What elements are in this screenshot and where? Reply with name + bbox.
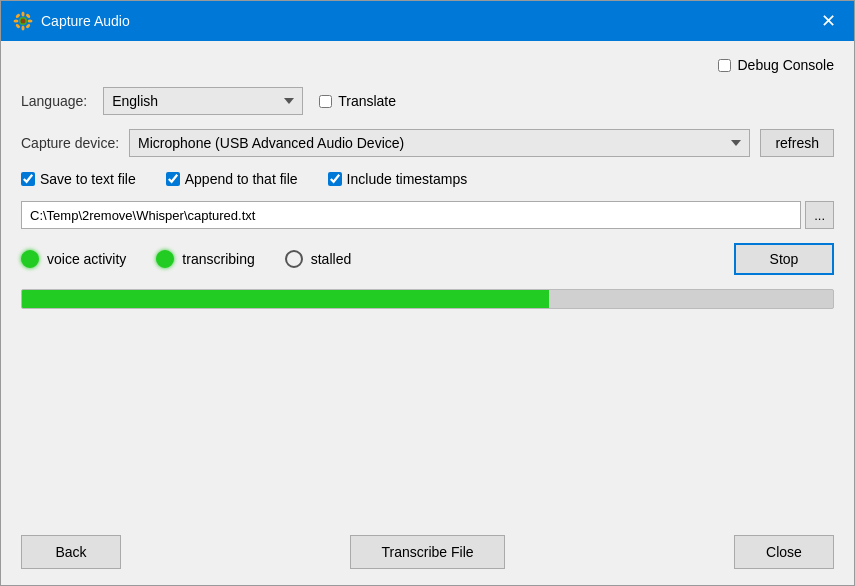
transcribing-label: transcribing bbox=[182, 251, 254, 267]
voice-activity-status: voice activity bbox=[21, 250, 126, 268]
svg-point-2 bbox=[22, 12, 25, 17]
main-window: Capture Audio ✕ Debug Console Language: … bbox=[0, 0, 855, 586]
content-area: Debug Console Language: English Translat… bbox=[1, 41, 854, 527]
checkboxes-row: Save to text file Append to that file In… bbox=[21, 171, 834, 187]
svg-point-5 bbox=[28, 20, 33, 23]
stop-button[interactable]: Stop bbox=[734, 243, 834, 275]
append-to-file-label[interactable]: Append to that file bbox=[185, 171, 298, 187]
refresh-button[interactable]: refresh bbox=[760, 129, 834, 157]
voice-activity-indicator bbox=[21, 250, 39, 268]
language-row: Language: English Translate bbox=[21, 87, 834, 115]
append-to-file-item: Append to that file bbox=[166, 171, 298, 187]
include-timestamps-label[interactable]: Include timestamps bbox=[347, 171, 468, 187]
transcribing-status: transcribing bbox=[156, 250, 254, 268]
debug-console-checkbox[interactable] bbox=[718, 59, 731, 72]
svg-point-8 bbox=[15, 23, 21, 29]
progress-bar-fill bbox=[22, 290, 549, 308]
svg-point-7 bbox=[25, 13, 31, 19]
file-path-input[interactable] bbox=[21, 201, 801, 229]
debug-console-row: Debug Console bbox=[21, 57, 834, 73]
svg-point-1 bbox=[21, 19, 26, 24]
save-to-text-file-checkbox[interactable] bbox=[21, 172, 35, 186]
capture-device-select[interactable]: Microphone (USB Advanced Audio Device) bbox=[129, 129, 750, 157]
title-bar: Capture Audio ✕ bbox=[1, 1, 854, 41]
translate-checkbox[interactable] bbox=[319, 95, 332, 108]
save-to-text-file-item: Save to text file bbox=[21, 171, 136, 187]
stalled-label: stalled bbox=[311, 251, 351, 267]
window-title: Capture Audio bbox=[41, 13, 130, 29]
bottom-buttons-row: Back Transcribe File Close bbox=[1, 527, 854, 585]
stalled-status: stalled bbox=[285, 250, 351, 268]
svg-point-9 bbox=[25, 23, 31, 29]
svg-point-3 bbox=[22, 26, 25, 31]
stalled-indicator bbox=[285, 250, 303, 268]
append-to-file-checkbox[interactable] bbox=[166, 172, 180, 186]
status-row: voice activity transcribing stalled Stop bbox=[21, 243, 834, 275]
debug-console-label[interactable]: Debug Console bbox=[737, 57, 834, 73]
progress-bar-container bbox=[21, 289, 834, 309]
close-window-button[interactable]: ✕ bbox=[814, 7, 842, 35]
close-button[interactable]: Close bbox=[734, 535, 834, 569]
language-label: Language: bbox=[21, 93, 87, 109]
capture-device-row: Capture device: Microphone (USB Advanced… bbox=[21, 129, 834, 157]
voice-activity-label: voice activity bbox=[47, 251, 126, 267]
include-timestamps-item: Include timestamps bbox=[328, 171, 468, 187]
language-select[interactable]: English bbox=[103, 87, 303, 115]
back-button[interactable]: Back bbox=[21, 535, 121, 569]
include-timestamps-checkbox[interactable] bbox=[328, 172, 342, 186]
file-path-row: ... bbox=[21, 201, 834, 229]
svg-point-4 bbox=[14, 20, 19, 23]
translate-label[interactable]: Translate bbox=[338, 93, 396, 109]
sunflower-icon bbox=[13, 11, 33, 31]
svg-point-6 bbox=[15, 13, 21, 19]
browse-button[interactable]: ... bbox=[805, 201, 834, 229]
translate-row: Translate bbox=[319, 93, 396, 109]
transcribing-indicator bbox=[156, 250, 174, 268]
save-to-text-file-label[interactable]: Save to text file bbox=[40, 171, 136, 187]
title-bar-left: Capture Audio bbox=[13, 11, 130, 31]
capture-device-label: Capture device: bbox=[21, 135, 119, 151]
transcribe-file-button[interactable]: Transcribe File bbox=[350, 535, 504, 569]
